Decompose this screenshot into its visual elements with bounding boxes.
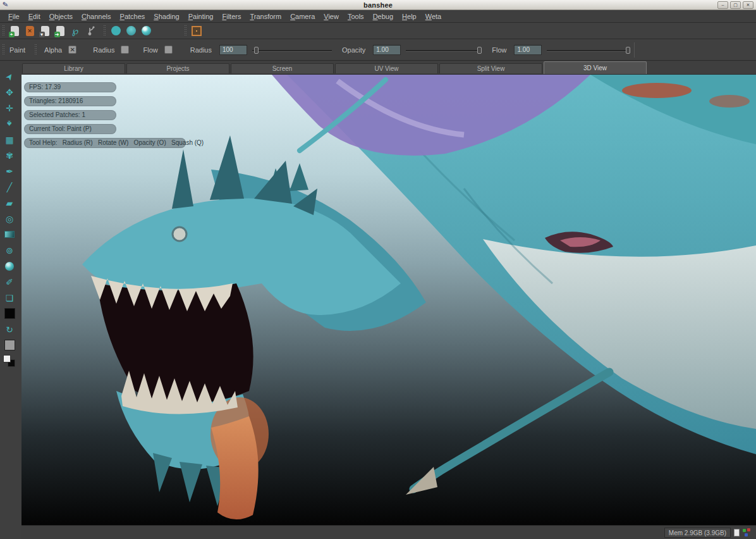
pin-icon: ℘ <box>72 25 78 37</box>
opacity-slider[interactable] <box>406 45 482 55</box>
copy-tool-button[interactable]: ❏ <box>2 290 17 306</box>
rings-tool-button[interactable]: ⊚ <box>2 242 17 258</box>
basic-shading-button[interactable] <box>123 24 138 38</box>
tab-screen[interactable]: Screen <box>231 63 334 73</box>
full-shading-icon <box>142 26 151 35</box>
pan-hand-icon: ✥ <box>6 87 13 97</box>
foreground-color-icon <box>4 308 15 319</box>
default-colors-button[interactable] <box>2 353 17 369</box>
hud-selected-patches: Selected Patches: 1 <box>24 110 116 120</box>
menu-shading[interactable]: Shading <box>149 11 183 22</box>
close-project-button[interactable]: ✕ <box>22 24 37 38</box>
tab-projects[interactable]: Projects <box>126 63 229 73</box>
menu-transform[interactable]: Transform <box>245 11 286 22</box>
paint-options-bar: Paint Alpha ✕ Radius Flow Radius Opacity… <box>0 39 756 61</box>
sphere-tool-button[interactable] <box>2 258 17 274</box>
opacity-input[interactable] <box>373 45 401 55</box>
rgb-channels-icon[interactable] <box>743 528 751 536</box>
window-title: banshee <box>0 1 756 9</box>
toolbar-separator <box>634 42 635 58</box>
select-tool-button[interactable]: ➤ <box>2 68 17 84</box>
tab-split-view[interactable]: Split View <box>439 63 542 73</box>
basic-shading-icon <box>126 26 136 35</box>
background-color-icon <box>4 340 15 350</box>
full-shading-button[interactable] <box>138 24 154 38</box>
menu-weta[interactable]: Weta <box>421 11 446 22</box>
save-project-button[interactable]: ▾ <box>37 24 52 38</box>
menu-view[interactable]: View <box>319 11 343 22</box>
pin-tool-button[interactable]: ✒ <box>2 163 17 179</box>
close-button[interactable]: ✕ <box>743 1 753 9</box>
move-icon: ✛ <box>6 103 13 113</box>
node-icon <box>85 26 95 36</box>
pin-tool-button[interactable]: ℘ <box>68 24 83 38</box>
menu-tools[interactable]: Tools <box>343 11 369 22</box>
flow-input[interactable] <box>514 45 542 55</box>
toolbar-grip[interactable] <box>2 25 5 37</box>
tab-uv-view[interactable]: UV View <box>335 63 438 73</box>
menu-camera[interactable]: Camera <box>286 11 319 22</box>
close-project-icon: ✕ <box>26 26 34 36</box>
pan-tool-button[interactable]: ✥ <box>2 84 17 100</box>
flat-shading-button[interactable] <box>108 24 123 38</box>
pin-icon: ✒ <box>6 166 13 177</box>
memory-usage: Mem 2.9GB (3.9GB) <box>664 528 731 538</box>
3d-viewport-canvas[interactable]: FPS: 17.39 Triangles: 2180916 Selected P… <box>21 74 756 525</box>
flat-shading-icon <box>111 26 121 35</box>
menu-debug[interactable]: Debug <box>369 11 398 22</box>
application-window: ✎ banshee – ▢ ✕ File Edit Objects Channe… <box>0 0 756 539</box>
window-titlebar[interactable]: ✎ banshee – ▢ ✕ <box>0 0 756 10</box>
save-project-icon: ▾ <box>41 26 49 36</box>
flow-checkbox[interactable] <box>164 46 173 54</box>
smear-tool-button[interactable]: ✾ <box>2 147 17 163</box>
capture-icon <box>192 26 202 36</box>
line-icon: ╱ <box>7 182 12 192</box>
tab-library[interactable]: Library <box>22 63 125 73</box>
gradient-tool-button[interactable] <box>2 226 17 242</box>
tab-3d-view[interactable]: 3D View <box>544 61 647 74</box>
active-tool-label: Paint <box>9 46 25 54</box>
menu-help[interactable]: Help <box>398 11 421 22</box>
circle-select-tool-button[interactable]: ◎ <box>2 211 17 226</box>
mesh-tool-button[interactable]: ▦ <box>2 132 17 147</box>
foreground-color-swatch[interactable] <box>2 306 17 321</box>
new-project-button[interactable]: + <box>7 24 22 38</box>
hud-triangles: Triangles: 2180916 <box>24 96 116 106</box>
new-project-icon: + <box>11 26 19 36</box>
export-button[interactable]: ➜ <box>52 24 68 38</box>
toolbar-grip[interactable] <box>103 25 106 37</box>
radius-checkbox[interactable] <box>121 46 129 54</box>
file-toolbar: + ✕ ▾ ➜ ℘ <box>0 23 756 39</box>
flow-slider[interactable] <box>547 45 630 55</box>
menu-patches[interactable]: Patches <box>116 11 150 22</box>
menu-edit[interactable]: Edit <box>24 11 45 22</box>
menu-filters[interactable]: Filters <box>217 11 245 22</box>
toolbar-grip[interactable] <box>34 44 37 56</box>
line-tool-button[interactable]: ╱ <box>2 179 17 195</box>
tool-sidebar: ➤ ✥ ✛ ♠ ▦ ✾ ✒ ╱ ▰ ◎ ⊚ ✐ ❏ ↻ <box>0 61 19 539</box>
move-tool-button[interactable]: ✛ <box>2 100 17 116</box>
maximize-button[interactable]: ▢ <box>730 1 741 9</box>
capture-button[interactable] <box>189 24 204 38</box>
radius-input[interactable] <box>219 45 247 55</box>
menu-objects[interactable]: Objects <box>45 11 77 22</box>
default-colors-icon <box>3 355 16 368</box>
brush-tool-button[interactable]: ✐ <box>2 274 17 290</box>
radius-slider[interactable] <box>252 45 332 55</box>
menu-painting[interactable]: Painting <box>184 11 218 22</box>
toolbar-grip[interactable] <box>2 44 5 56</box>
view-tab-bar: Library Projects Screen UV View Split Vi… <box>21 61 756 74</box>
menu-file[interactable]: File <box>4 11 24 22</box>
minimize-button[interactable]: – <box>717 1 728 9</box>
mesh-grid-icon: ▦ <box>5 135 13 145</box>
toolbar-grip[interactable] <box>184 25 187 37</box>
flow-toggle-label: Flow <box>143 46 157 54</box>
paint-drop-tool-button[interactable]: ♠ <box>2 116 17 132</box>
node-graph-button[interactable] <box>83 24 98 38</box>
swap-colors-button[interactable]: ↻ <box>2 321 17 337</box>
alpha-checkbox[interactable]: ✕ <box>68 46 76 54</box>
background-color-swatch[interactable] <box>2 337 17 353</box>
smear-icon: ✾ <box>6 151 13 161</box>
menu-channels[interactable]: Channels <box>77 11 116 22</box>
eraser-tool-button[interactable]: ▰ <box>2 195 17 211</box>
